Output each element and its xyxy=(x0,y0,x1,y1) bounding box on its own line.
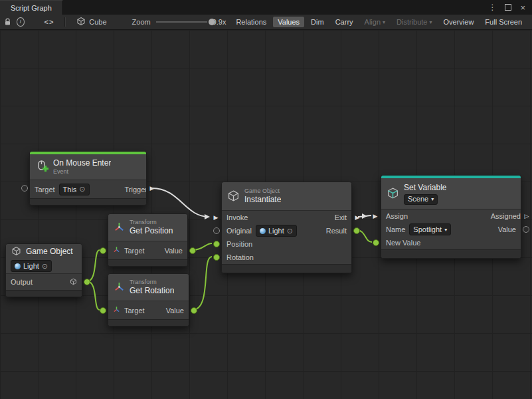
toolbar-button-distribute[interactable]: Distribute ▾ xyxy=(392,17,436,27)
lock-icon[interactable] xyxy=(4,18,11,26)
node-footer xyxy=(108,259,187,266)
node-title: Set Variable xyxy=(404,183,446,193)
port-original-in[interactable] xyxy=(213,227,220,234)
node-game-object-literal[interactable]: Game Object Light ⊙ Output xyxy=(5,243,82,297)
light-value: Light xyxy=(23,262,39,270)
node-set-variable[interactable]: Set Variable Scene ▾ Assign Assigned Nam… xyxy=(381,175,521,259)
node-header: Transform Get Rotation xyxy=(108,274,189,301)
object-picker-icon: ⊙ xyxy=(287,227,293,235)
target-port-label: Target xyxy=(124,307,145,315)
light-icon xyxy=(260,228,266,234)
toolbar-button-dim[interactable]: Dim xyxy=(306,17,329,27)
chevron-down-icon: ▾ xyxy=(431,196,434,203)
window-controls: ⋮ × xyxy=(488,0,532,15)
zoom-slider-handle[interactable] xyxy=(209,19,215,25)
scope-value: Scene xyxy=(408,195,428,204)
node-header: Set Variable Scene ▾ xyxy=(381,178,521,209)
cube-icon xyxy=(76,17,86,27)
target-port-label: Target xyxy=(35,186,55,194)
mouse-event-icon xyxy=(35,160,48,174)
value-port-label: Value xyxy=(165,247,183,255)
toolbar-button-carry[interactable]: Carry xyxy=(331,17,358,27)
port-target-in[interactable] xyxy=(100,247,106,254)
node-category: Transform xyxy=(130,279,174,286)
port-exit-out[interactable]: ▶ xyxy=(354,214,361,221)
toolbar-separator xyxy=(64,17,66,27)
wire-trigger-to-invoke[interactable] xyxy=(152,188,209,217)
name-port-label: Name xyxy=(386,225,405,233)
toolbar-buttons: Relations Values Dim Carry Align ▾ Distr… xyxy=(231,17,528,27)
kebab-menu-icon[interactable]: ⋮ xyxy=(488,3,496,12)
port-new-value-in[interactable] xyxy=(373,239,379,246)
light-object-picker[interactable]: Light ⊙ xyxy=(256,225,297,237)
result-port-label: Result xyxy=(326,227,347,235)
node-header: Game Object Instantiate xyxy=(222,182,351,211)
zoom-label: Zoom xyxy=(132,18,151,26)
variable-name-dropdown[interactable]: Spotlight ▾ xyxy=(409,223,451,235)
graph-reference[interactable]: Cube xyxy=(76,17,106,27)
node-category: Game Object xyxy=(244,188,281,195)
wire-output-to-getrotation-target[interactable] xyxy=(87,281,100,310)
original-port-label: Original xyxy=(226,227,252,235)
script-graph-window: Script Graph ⋮ × i <> Cube xyxy=(0,0,532,399)
wire-rotation-value-to-instantiate[interactable] xyxy=(193,257,212,310)
this-object-picker[interactable]: This ⊙ xyxy=(59,184,90,196)
node-header: Transform Get Position xyxy=(108,214,187,241)
graph-toolbar: i <> Cube Zoom 0.9x Relations Values Dim… xyxy=(0,15,532,30)
node-title: On Mouse Enter xyxy=(53,158,111,168)
port-invoke-in[interactable]: ▶ xyxy=(213,214,219,221)
toolbar-button-align[interactable]: Align ▾ xyxy=(360,17,390,27)
node-get-position[interactable]: Transform Get Position Target Valu xyxy=(108,213,188,267)
toolbar-button-values[interactable]: Values xyxy=(273,17,304,27)
port-target-in[interactable] xyxy=(21,185,28,192)
port-result-out[interactable] xyxy=(353,227,360,234)
tab-script-graph[interactable]: Script Graph xyxy=(0,0,63,15)
wire-output-to-getposition-target[interactable] xyxy=(87,250,100,281)
transform-gizmo-icon xyxy=(114,221,125,234)
toolbar-button-fullscreen[interactable]: Full Screen xyxy=(480,17,527,27)
toolbar-button-relations[interactable]: Relations xyxy=(231,17,271,27)
port-rotation-in[interactable] xyxy=(213,254,220,261)
this-value: This xyxy=(63,186,77,194)
node-header: On Mouse Enter Event xyxy=(30,154,146,180)
value-port-label: Value xyxy=(498,225,516,233)
target-port-label: Target xyxy=(124,247,145,255)
graph-canvas[interactable]: On Mouse Enter Event Target This ⊙ Trigg… xyxy=(0,30,532,399)
node-on-mouse-enter[interactable]: On Mouse Enter Event Target This ⊙ Trigg… xyxy=(29,151,147,205)
node-instantiate[interactable]: Game Object Instantiate Invoke Exit Orig… xyxy=(221,182,352,273)
port-value-out[interactable] xyxy=(523,226,529,233)
port-value-out[interactable] xyxy=(189,247,196,254)
object-picker-icon: ⊙ xyxy=(79,185,85,194)
transform-gizmo-icon xyxy=(114,281,125,294)
node-title: Get Position xyxy=(130,226,173,236)
info-icon[interactable]: i xyxy=(17,17,25,27)
chevron-down-icon: ▾ xyxy=(383,19,385,25)
cube-icon xyxy=(11,246,21,257)
node-get-rotation[interactable]: Transform Get Rotation Target Valu xyxy=(108,273,189,327)
port-assign-in[interactable]: ▶ xyxy=(372,213,379,219)
node-footer xyxy=(222,264,351,273)
node-title: Instantiate xyxy=(244,195,281,205)
tab-bar: Script Graph ⋮ × xyxy=(0,0,532,15)
zoom-slider[interactable] xyxy=(156,17,207,27)
node-title: Get Rotation xyxy=(130,286,174,296)
transform-gizmo-icon xyxy=(113,306,120,315)
port-value-out[interactable] xyxy=(191,307,197,314)
port-assigned-out[interactable]: ▷ xyxy=(523,213,530,219)
zoom-slider-track[interactable] xyxy=(156,21,207,23)
chevron-down-icon: ▾ xyxy=(444,227,447,233)
light-object-picker[interactable]: Light ⊙ xyxy=(11,260,52,272)
code-icon[interactable]: <> xyxy=(44,18,54,26)
variable-scope-dropdown[interactable]: Scene ▾ xyxy=(404,194,438,205)
assigned-port-label: Assigned xyxy=(491,212,521,220)
maximize-icon[interactable] xyxy=(505,4,511,11)
toolbar-button-overview[interactable]: Overview xyxy=(439,17,479,27)
port-target-in[interactable] xyxy=(100,307,106,314)
tab-title: Script Graph xyxy=(11,4,52,12)
exit-port-label: Exit xyxy=(335,213,347,221)
port-trigger-out[interactable]: ▶ xyxy=(149,185,155,192)
port-position-in[interactable] xyxy=(213,241,220,247)
port-output-out[interactable] xyxy=(84,279,90,285)
object-picker-icon: ⊙ xyxy=(42,262,48,271)
close-icon[interactable]: × xyxy=(520,3,525,12)
